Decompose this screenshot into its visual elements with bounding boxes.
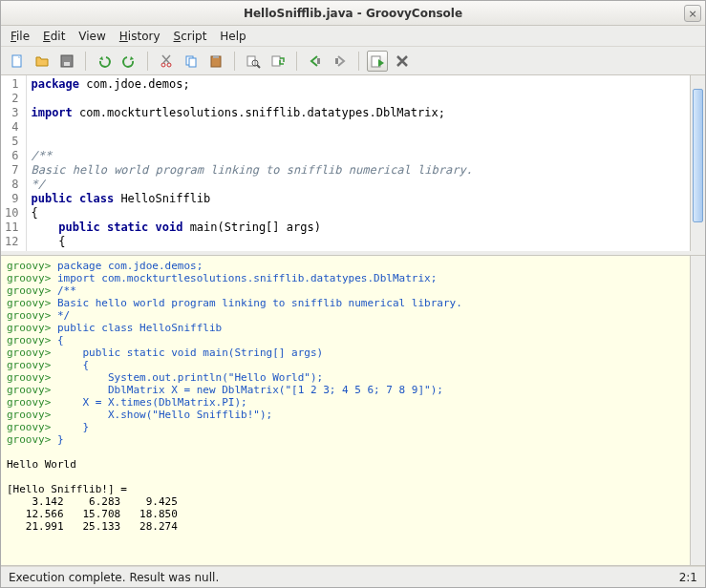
svg-rect-8: [213, 55, 219, 58]
menubar: File Edit View History Script Help: [1, 26, 705, 47]
replace-button[interactable]: [267, 51, 289, 72]
menu-history[interactable]: History: [114, 28, 166, 45]
find-icon: [246, 53, 261, 69]
redo-button[interactable]: [118, 51, 139, 72]
toolbar-separator: [358, 52, 359, 71]
undo-icon: [96, 53, 112, 69]
cut-button[interactable]: [156, 51, 177, 72]
menu-edit[interactable]: Edit: [37, 28, 71, 45]
line-gutter: 1 2 3 4 5 6 7 8 9 10 11 12: [1, 75, 27, 251]
svg-point-3: [161, 63, 165, 67]
redo-icon: [121, 53, 137, 69]
save-icon: [59, 53, 75, 69]
menu-help[interactable]: Help: [214, 28, 251, 45]
close-button[interactable]: ×: [684, 5, 701, 22]
svg-rect-9: [247, 56, 255, 66]
toolbar-separator: [85, 52, 86, 71]
statusbar: Execution complete. Result was null. 2:1: [1, 566, 705, 587]
arrow-left-icon: [308, 53, 323, 69]
output-pane: groovy> package com.jdoe.demos; groovy> …: [1, 255, 705, 566]
svg-rect-6: [189, 58, 196, 67]
interrupt-button[interactable]: [392, 51, 413, 72]
editor-scrollbar[interactable]: [690, 75, 705, 251]
copy-icon: [183, 53, 199, 69]
run-icon: [370, 53, 385, 69]
titlebar: HelloSnifflib.java - GroovyConsole ×: [1, 1, 705, 26]
code-editor[interactable]: package com.jdoe.demos; import com.mockt…: [27, 75, 690, 251]
svg-point-4: [167, 63, 171, 67]
clipboard-icon: [208, 53, 224, 69]
new-file-button[interactable]: [7, 51, 28, 72]
svg-rect-14: [335, 58, 338, 64]
menu-view[interactable]: View: [73, 28, 111, 45]
svg-rect-2: [64, 62, 70, 66]
scrollbar-thumb[interactable]: [693, 89, 703, 222]
scissors-icon: [159, 53, 174, 69]
history-next-button[interactable]: [330, 51, 351, 72]
new-file-icon: [10, 53, 25, 69]
find-button[interactable]: [243, 51, 264, 72]
toolbar-separator: [147, 52, 148, 71]
svg-rect-12: [272, 56, 280, 66]
toolbar: [1, 47, 705, 75]
save-button[interactable]: [56, 51, 77, 72]
menu-file[interactable]: File: [5, 28, 35, 45]
run-script-button[interactable]: [367, 51, 388, 72]
status-message: Execution complete. Result was null.: [9, 571, 219, 584]
menu-script[interactable]: Script: [168, 28, 213, 45]
copy-button[interactable]: [181, 51, 202, 72]
window-title: HelloSnifflib.java - GroovyConsole: [244, 7, 462, 20]
console-output[interactable]: groovy> package com.jdoe.demos; groovy> …: [1, 256, 690, 565]
svg-rect-13: [317, 58, 320, 64]
folder-open-icon: [34, 53, 50, 69]
toolbar-separator: [234, 52, 235, 71]
cursor-position: 2:1: [679, 571, 697, 584]
undo-button[interactable]: [94, 51, 115, 72]
history-prev-button[interactable]: [305, 51, 326, 72]
toolbar-separator: [296, 52, 297, 71]
console-scrollbar[interactable]: [690, 256, 705, 565]
svg-line-11: [257, 65, 260, 68]
replace-icon: [270, 53, 286, 69]
open-file-button[interactable]: [32, 51, 53, 72]
paste-button[interactable]: [205, 51, 226, 72]
arrow-right-icon: [332, 53, 348, 69]
editor-pane: 1 2 3 4 5 6 7 8 9 10 11 12 package com.j…: [1, 75, 705, 255]
x-icon: [395, 53, 410, 69]
